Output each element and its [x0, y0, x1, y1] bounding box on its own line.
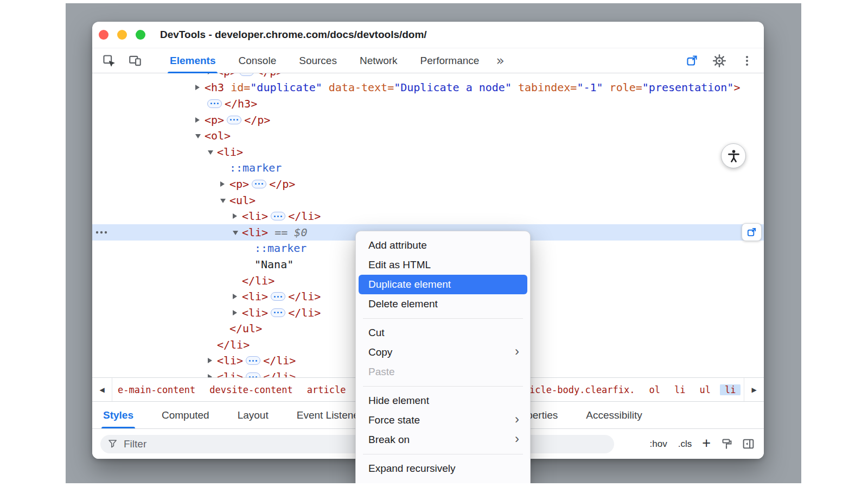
breadcrumb-item[interactable]: li — [720, 384, 741, 395]
dom-tree-row[interactable]: <li> — [92, 144, 764, 160]
inspect-icon[interactable] — [100, 52, 118, 70]
titlebar: DevTools - developer.chrome.com/docs/dev… — [92, 22, 764, 48]
code-token-tag: </li> — [263, 354, 296, 367]
duplicate-element-adorner-button[interactable] — [742, 223, 762, 241]
code-token-tag: <p> — [229, 178, 249, 191]
expand-arrow-icon[interactable] — [233, 294, 242, 299]
paint-roller-icon[interactable] — [718, 436, 735, 452]
accessibility-widget-button[interactable] — [721, 143, 746, 168]
code-token-tag: </p> — [244, 113, 270, 127]
sidebar-tab-styles[interactable]: Styles — [103, 402, 133, 428]
breadcrumb-item[interactable]: e-main-content — [118, 384, 195, 395]
dom-tree-row[interactable]: <p></p> — [92, 176, 764, 192]
more-tabs-icon[interactable]: » — [496, 54, 504, 67]
breadcrumb-item[interactable]: devsite-content — [209, 384, 293, 395]
settings-gear-icon[interactable] — [710, 52, 729, 70]
dom-tree-row[interactable]: <ul> — [92, 192, 764, 208]
breadcrumb-item[interactable]: li — [674, 384, 685, 395]
menu-item-label: Hide element — [368, 395, 429, 407]
context-menu-item-break-on[interactable]: Break on› — [359, 430, 527, 450]
tab-console[interactable]: Console — [227, 48, 288, 73]
expand-arrow-icon[interactable] — [195, 117, 205, 123]
context-menu-item-copy[interactable]: Copy› — [359, 343, 527, 362]
code-token-tag: <ol> — [205, 129, 231, 142]
expand-arrow-icon[interactable] — [208, 73, 217, 74]
code-token-tag: </ul> — [229, 322, 262, 335]
expand-arrow-icon[interactable] — [233, 230, 242, 235]
breadcrumb-item[interactable]: article — [307, 384, 346, 395]
more-actions-icon[interactable] — [95, 230, 107, 235]
code-token-tag: <p> — [205, 113, 224, 127]
tab-network[interactable]: Network — [348, 48, 409, 73]
expand-arrow-icon[interactable] — [220, 181, 229, 187]
ellipsis-expand-button[interactable] — [271, 292, 285, 301]
expand-arrow-icon[interactable] — [233, 310, 242, 315]
dom-tree-row[interactable]: <p></p> — [92, 112, 764, 128]
ellipsis-expand-button[interactable] — [227, 116, 241, 124]
kebab-menu-icon[interactable] — [738, 52, 756, 70]
context-menu-item-collapse-children[interactable]: Collapse children — [359, 478, 527, 483]
sidebar-tab-accessibility[interactable]: Accessibility — [586, 402, 642, 428]
breadcrumb-scroll-right-button[interactable]: ▶ — [744, 378, 764, 401]
menu-item-label: Collapse children — [368, 482, 448, 483]
expand-arrow-icon[interactable] — [208, 358, 217, 363]
menu-item-label: Force state — [368, 414, 420, 426]
dom-tree-row[interactable]: <p></p> — [92, 73, 764, 80]
ellipsis-expand-button[interactable] — [207, 99, 222, 108]
duplicate-element-feature-icon[interactable] — [682, 52, 701, 70]
breadcrumb-scroll-left-button[interactable]: ◀ — [92, 378, 112, 401]
window-title: DevTools - developer.chrome.com/docs/dev… — [160, 29, 427, 41]
tab-elements[interactable]: Elements — [158, 48, 227, 73]
menu-separator — [363, 386, 523, 387]
hover-state-toggle[interactable]: :hov — [647, 437, 670, 451]
breadcrumb-item[interactable]: ul — [700, 384, 711, 395]
context-menu-item-force-state[interactable]: Force state› — [359, 410, 527, 430]
dom-tree-row[interactable]: ::marker — [92, 160, 764, 176]
context-menu-item-expand-recursively[interactable]: Expand recursively — [359, 459, 527, 478]
expand-arrow-icon[interactable] — [208, 150, 217, 154]
context-menu-item-edit-as-html[interactable]: Edit as HTML — [359, 255, 527, 275]
tab-performance[interactable]: Performance — [409, 48, 491, 73]
context-menu-item-delete-element[interactable]: Delete element — [359, 294, 527, 314]
code-token-tag: <ul> — [229, 194, 256, 207]
code-token-tag: </li> — [242, 274, 275, 287]
expand-arrow-icon[interactable] — [195, 85, 205, 90]
ellipsis-expand-button[interactable] — [271, 308, 285, 317]
sidebar-tab-computed[interactable]: Computed — [162, 402, 209, 428]
ellipsis-expand-button[interactable] — [271, 212, 285, 220]
class-toggle[interactable]: .cls — [675, 437, 695, 451]
zoom-button[interactable] — [136, 30, 145, 40]
dom-tree-row[interactable]: <ol> — [92, 128, 764, 144]
code-token-tag: <li> — [217, 354, 243, 367]
ellipsis-expand-button[interactable] — [246, 356, 260, 365]
menu-item-label: Duplicate element — [368, 279, 451, 290]
expand-arrow-icon[interactable] — [220, 198, 229, 203]
code-token-tag: <li> — [217, 146, 243, 159]
submenu-chevron-icon: › — [515, 345, 519, 358]
ellipsis-expand-button[interactable] — [246, 372, 260, 377]
menu-separator — [363, 318, 523, 319]
dom-tree-row[interactable]: <li></li> — [92, 208, 764, 224]
ellipsis-expand-button[interactable] — [239, 73, 254, 76]
context-menu-item-hide-element[interactable]: Hide element — [359, 391, 527, 410]
minimize-button[interactable] — [117, 30, 127, 40]
code-token-text: "Nana" — [254, 258, 293, 271]
expand-arrow-icon[interactable] — [233, 213, 242, 219]
sidebar-tab-layout[interactable]: Layout — [238, 402, 269, 428]
toggle-sidebar-icon[interactable] — [740, 436, 756, 452]
expand-arrow-icon[interactable] — [195, 134, 205, 138]
close-button[interactable] — [99, 30, 108, 40]
device-toolbar-icon[interactable] — [126, 52, 144, 70]
new-style-rule-button[interactable]: + — [702, 436, 711, 451]
code-token-attr: role= — [603, 81, 642, 94]
dom-tree-row[interactable]: <h3 id="duplicate" data-text="Duplicate … — [92, 80, 764, 96]
menu-item-label: Paste — [368, 366, 395, 378]
breadcrumb-item[interactable]: ol — [649, 384, 660, 395]
code-token-tag: <li> — [242, 210, 268, 223]
tab-sources[interactable]: Sources — [288, 48, 348, 73]
context-menu-item-add-attribute[interactable]: Add attribute — [359, 236, 527, 255]
context-menu-item-cut[interactable]: Cut — [359, 323, 527, 343]
context-menu-item-duplicate-element[interactable]: Duplicate element — [359, 275, 527, 294]
dom-tree-row[interactable]: </h3> — [92, 96, 764, 112]
ellipsis-expand-button[interactable] — [252, 180, 266, 188]
